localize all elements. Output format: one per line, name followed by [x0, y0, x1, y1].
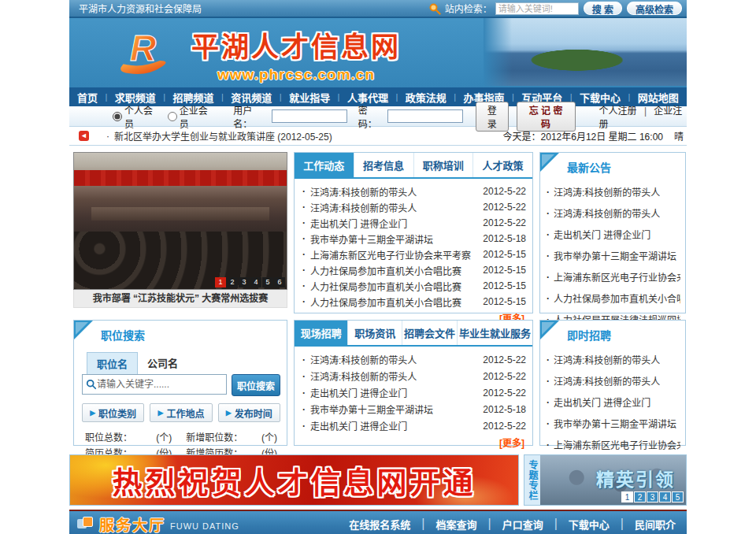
- site-url[interactable]: www.phrcsc.com.cn: [191, 66, 401, 83]
- personal-register-link[interactable]: 个人注册: [599, 106, 637, 117]
- promo-pager-4[interactable]: 4: [659, 491, 671, 502]
- filter-location-button[interactable]: ▶工作地点: [150, 403, 212, 422]
- news-item-title[interactable]: 人力社保局参加市直机关小合唱比赛: [310, 264, 478, 277]
- list-item[interactable]: 上海浦东新区光电子行业协会来平考: [545, 266, 680, 287]
- list-item-title[interactable]: 汪鸿涛:科技创新的带头人: [554, 374, 660, 388]
- personal-member-radio-input[interactable]: [113, 112, 122, 121]
- list-item[interactable]: 汪鸿涛:科技创新的带头人: [545, 181, 680, 202]
- list-item[interactable]: 人力社保局参加市直机关小合唱比赛: [545, 287, 680, 309]
- list-item[interactable]: 汪鸿涛:科技创新的带头人: [545, 370, 680, 391]
- list-item-title[interactable]: 人力社保局参加市直机关小合唱比赛: [554, 291, 680, 305]
- list-item-title[interactable]: 汪鸿涛:科技创新的带头人: [554, 206, 660, 220]
- list-item[interactable]: 汪鸿涛:科技创新的带头人: [545, 202, 680, 224]
- promo-banner[interactable]: 专题专栏 精英引领 1 2 3 4 5: [524, 454, 687, 506]
- photo-pager-2[interactable]: 2: [227, 277, 238, 287]
- promo-pager-3[interactable]: 3: [647, 491, 658, 502]
- forgot-password-button[interactable]: 忘 记 密 码: [517, 102, 576, 132]
- link-archive-query[interactable]: 档案查询: [435, 517, 476, 532]
- news-item[interactable]: 汪鸿涛:科技创新的带头人2012-5-22: [301, 368, 526, 384]
- nav-home[interactable]: 首页: [77, 90, 98, 105]
- link-private-agency[interactable]: 民间职介: [635, 517, 676, 532]
- news-item[interactable]: 我市举办第十三期金平湖讲坛2012-5-18: [301, 231, 526, 247]
- nav-employment-guide[interactable]: 就业指导: [289, 90, 330, 105]
- news-item-title[interactable]: 上海浦东新区光电子行业协会来平考察: [310, 248, 478, 261]
- news-item[interactable]: 走出机关门 进得企业门2012-5-22: [301, 215, 526, 231]
- promo-pager-1[interactable]: 1: [621, 491, 633, 502]
- news-item-title[interactable]: 我市举办第十三期金平湖讲坛: [310, 232, 478, 246]
- tab-company-name[interactable]: 公司名: [138, 352, 187, 374]
- recruit-news-more-link[interactable]: [更多]: [499, 438, 524, 449]
- link-household-query[interactable]: 户口查询: [502, 517, 543, 532]
- personal-member-radio[interactable]: 个人会员: [113, 103, 160, 130]
- promo-pager-2[interactable]: 2: [634, 491, 646, 502]
- news-item[interactable]: 汪鸿涛:科技创新的带头人2012-5-22: [301, 184, 526, 199]
- tab-career-info[interactable]: 职场资讯: [348, 321, 402, 345]
- list-item-title[interactable]: 走出机关门 进得企业门: [554, 228, 650, 241]
- news-item-title[interactable]: 汪鸿涛:科技创新的带头人: [310, 353, 478, 366]
- news-item[interactable]: 汪鸿涛:科技创新的带头人2012-5-22: [301, 199, 526, 215]
- list-item[interactable]: 我市举办第十三期金平湖讲坛: [545, 245, 680, 266]
- list-item-title[interactable]: 我市举办第十三期金平湖讲坛: [554, 417, 676, 430]
- login-button[interactable]: 登 录: [476, 102, 509, 132]
- news-item[interactable]: 上海浦东新区光电子行业协会来平考察2012-5-15: [301, 247, 526, 262]
- tab-position-name[interactable]: 职位名: [87, 352, 138, 374]
- news-item[interactable]: 人力社保局参加市直机关小合唱比赛2012-5-15: [301, 262, 526, 278]
- nav-policy[interactable]: 政策法规: [406, 90, 447, 105]
- photo-pager-3[interactable]: 3: [239, 277, 250, 287]
- photo-pager-1[interactable]: 1: [215, 277, 226, 287]
- news-item-title[interactable]: 走出机关门 进得企业门: [310, 386, 478, 399]
- news-item[interactable]: 走出机关门 进得企业门2012-5-22: [301, 417, 526, 434]
- link-online-registration[interactable]: 在线报名系统: [349, 517, 410, 532]
- list-item[interactable]: 汪鸿涛:科技创新的带头人: [545, 349, 680, 370]
- news-item-title[interactable]: 人力社保局参加市直机关小合唱比赛: [310, 280, 478, 293]
- photo-pager-6[interactable]: 6: [274, 277, 285, 287]
- job-search-button[interactable]: 职位搜索: [232, 374, 280, 396]
- news-item-title[interactable]: 人力社保局参加市直机关小合唱比赛: [310, 295, 478, 309]
- link-download-center[interactable]: 下载中心: [569, 517, 610, 532]
- list-item[interactable]: 上海浦东新区光电子行业协会来平考: [545, 434, 680, 455]
- news-item[interactable]: 人力社保局参加市直机关小合唱比赛2012-5-15: [301, 294, 526, 310]
- filter-date-button[interactable]: ▶发布时间: [218, 403, 280, 422]
- news-item-title[interactable]: 我市举办第十三期金平湖讲坛: [310, 402, 478, 416]
- news-item[interactable]: 走出机关门 进得企业门2012-5-22: [301, 384, 526, 401]
- news-item-title[interactable]: 汪鸿涛:科技创新的带头人: [310, 369, 478, 383]
- celebration-banner[interactable]: 热烈祝贺人才信息网开通: [69, 454, 519, 506]
- filter-category-button[interactable]: ▶职位类别: [82, 403, 144, 422]
- tab-work-news[interactable]: 工作动态: [295, 153, 354, 177]
- news-item[interactable]: 汪鸿涛:科技创新的带头人2012-5-22: [301, 351, 526, 368]
- bureau-name[interactable]: 平湖市人力资源和社会保障局: [79, 2, 202, 15]
- list-item[interactable]: 走出机关门 进得企业门: [545, 391, 680, 413]
- news-item-title[interactable]: 汪鸿涛:科技创新的带头人: [310, 185, 478, 198]
- list-item-title[interactable]: 我市举办第十三期金平湖讲坛: [554, 249, 676, 262]
- news-item-title[interactable]: 走出机关门 进得企业门: [310, 419, 478, 432]
- news-item-title[interactable]: 汪鸿涛:科技创新的带头人: [310, 201, 478, 214]
- tab-talent-policy[interactable]: 人才政策: [473, 153, 532, 177]
- company-member-radio[interactable]: 企业会员: [168, 103, 215, 130]
- username-field[interactable]: [272, 109, 347, 123]
- company-member-radio-input[interactable]: [168, 112, 177, 121]
- news-photo[interactable]: 1 2 3 4 5 6: [73, 152, 287, 290]
- news-item[interactable]: 人力社保局参加市直机关小合唱比赛2012-5-15: [301, 278, 526, 294]
- list-item-title[interactable]: 走出机关门 进得企业门: [554, 395, 650, 409]
- tab-exam-info[interactable]: 招考信息: [354, 153, 414, 177]
- news-item[interactable]: 我市举办第十三期金平湖讲坛2012-5-18: [301, 401, 526, 417]
- list-item-title[interactable]: 上海浦东新区光电子行业协会来平考: [554, 438, 680, 451]
- list-item[interactable]: 我市举办第十三期金平湖讲坛: [545, 413, 680, 434]
- tab-graduate-service[interactable]: 毕业生就业服务: [458, 321, 532, 345]
- promo-pager-5[interactable]: 5: [672, 491, 684, 502]
- list-item-title[interactable]: 上海浦东新区光电子行业协会来平考: [554, 270, 680, 284]
- news-item-title[interactable]: 走出机关门 进得企业门: [310, 217, 478, 230]
- tab-title-training[interactable]: 职称培训: [414, 153, 474, 177]
- ticker-news-link[interactable]: 新北区举办大学生创业与就业政策讲座 (2012-05-25): [114, 129, 332, 143]
- photo-caption[interactable]: 我市部署 “江苏技能状元” 大赛常州选拔赛: [73, 290, 287, 308]
- password-field[interactable]: [387, 109, 463, 123]
- photo-pager-4[interactable]: 4: [250, 277, 261, 287]
- tab-onsite-recruit[interactable]: 现场招聘: [295, 321, 348, 345]
- site-search-input[interactable]: [495, 2, 579, 15]
- list-item[interactable]: 走出机关门 进得企业门: [545, 224, 680, 245]
- list-item-title[interactable]: 汪鸿涛:科技创新的带头人: [554, 353, 660, 366]
- job-keyword-input[interactable]: [97, 379, 223, 390]
- list-item-title[interactable]: 汪鸿涛:科技创新的带头人: [554, 185, 660, 198]
- advanced-search-button[interactable]: 高级检索: [627, 2, 682, 15]
- photo-pager-5[interactable]: 5: [262, 277, 273, 287]
